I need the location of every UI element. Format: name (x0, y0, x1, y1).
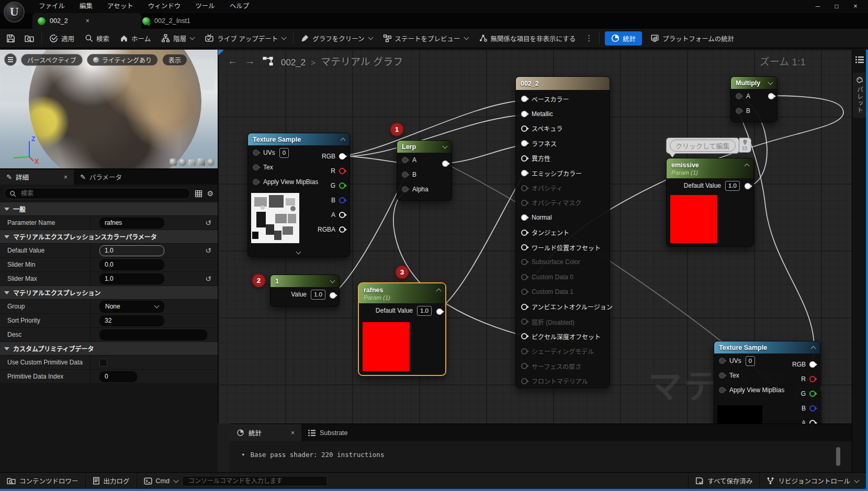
input-pin-icon[interactable] (719, 358, 725, 364)
unreal-logo[interactable]: U (4, 2, 25, 22)
node-input-row[interactable]: B (397, 167, 452, 182)
input-pin-icon[interactable] (402, 157, 408, 163)
cmd-button[interactable]: Cmd (137, 473, 180, 489)
collapse-icon[interactable] (811, 346, 816, 351)
menu-item[interactable]: 編集 (73, 0, 99, 13)
material-pin-icon[interactable] (521, 170, 527, 176)
comment-bubble-text[interactable]: クリックして編集 (670, 140, 736, 152)
collapse-icon[interactable] (768, 79, 773, 85)
view-options-grid-icon[interactable] (195, 190, 202, 198)
search-button[interactable]: 検索 (80, 28, 115, 48)
material-pin-row[interactable]: Metallic (516, 106, 610, 121)
output-pin-icon[interactable] (339, 212, 345, 218)
viewport-menu-icon[interactable] (4, 53, 17, 66)
input-pin-icon[interactable] (719, 372, 725, 379)
output-pin-icon[interactable] (809, 420, 816, 424)
texture-output-row[interactable]: A (318, 208, 345, 222)
material-pin-icon[interactable] (521, 230, 527, 236)
texture-output-row[interactable]: G (792, 386, 816, 401)
material-pin-icon[interactable] (521, 289, 527, 295)
output-pin-icon[interactable] (442, 161, 448, 167)
material-pin-row[interactable]: オパシティマスク (516, 196, 610, 210)
texture-output-row[interactable]: R (792, 372, 816, 386)
texture-output-row[interactable]: B (318, 193, 345, 208)
constant-value[interactable]: 1.0 (311, 290, 325, 300)
material-pin-row[interactable]: Normal (516, 210, 610, 225)
material-preview-viewport[interactable]: パースペクティブ ライティングあり 表示 Z X (0, 50, 218, 168)
material-pin-icon[interactable] (521, 378, 527, 384)
material-pin-row[interactable]: オパシティ (516, 180, 610, 195)
material-pin-icon[interactable] (521, 274, 527, 280)
output-pin-icon[interactable] (436, 309, 443, 315)
browse-asset-button[interactable] (19, 28, 39, 48)
settings-gear-icon[interactable]: ⚙ (207, 189, 213, 198)
collapse-icon[interactable] (443, 143, 448, 149)
material-pin-row[interactable]: エミッシブカラー (516, 166, 610, 180)
tab-stats[interactable]: 統計 × (230, 424, 301, 441)
output-pin-icon[interactable] (339, 153, 345, 159)
tab-details[interactable]: ✎ 詳細 × (0, 169, 74, 185)
material-pin-icon[interactable] (521, 259, 527, 265)
breadcrumb-asset[interactable]: 002_2 (281, 58, 306, 68)
material-pin-icon[interactable] (521, 200, 527, 206)
section-material-expression[interactable]: マテリアルエクスプレッション (0, 286, 218, 300)
primitive-data-index-input[interactable] (99, 371, 137, 382)
material-pin-row[interactable]: ピクセル深度オフセット (516, 329, 610, 344)
forward-arrow-icon[interactable]: → (245, 56, 255, 66)
revert-icon[interactable]: ↺ (205, 219, 211, 227)
platform-stats-button[interactable]: プラットフォームの統計 (645, 28, 739, 48)
texture-output-row[interactable]: RGB (792, 357, 816, 372)
output-pin-icon[interactable] (745, 183, 751, 189)
menu-item[interactable]: アセット (101, 0, 140, 13)
tab-close-icon[interactable]: × (64, 174, 67, 181)
node-input-row[interactable]: Alpha (397, 182, 452, 197)
desc-input[interactable] (99, 329, 207, 340)
output-pin-icon[interactable] (809, 405, 816, 412)
hierarchy-button[interactable]: 階層 (156, 28, 199, 48)
graph-list-icon[interactable] (855, 56, 864, 63)
toolbar-overflow-icon[interactable]: ⋮ (581, 33, 597, 43)
output-pin-icon[interactable] (339, 182, 345, 189)
node-rafnes-parameter[interactable]: rafnes Param (1) Default Value 1.0 (358, 282, 446, 376)
material-pin-row[interactable]: シェーディングモデル (516, 344, 610, 359)
menu-item[interactable]: ツール (189, 0, 221, 13)
default-value[interactable]: 1.0 (417, 306, 432, 316)
material-pin-row[interactable]: スペキュラ (516, 121, 610, 136)
slider-min-input[interactable] (99, 259, 164, 270)
node-input-row[interactable]: B (731, 104, 777, 118)
input-pin-icon[interactable] (402, 186, 408, 192)
material-pin-row[interactable]: サーフェスの厚さ (516, 359, 610, 373)
apply-button[interactable]: 適用 (44, 28, 80, 48)
material-pin-row[interactable]: タンジェント (516, 225, 610, 240)
stats-scrollbar[interactable] (836, 447, 840, 466)
plane-shape-icon[interactable] (188, 159, 196, 166)
group-select[interactable]: None (99, 301, 164, 313)
expand-icon[interactable] (296, 249, 301, 255)
node-texture-sample[interactable]: Texture Sample UVs 0 Tex Apply View MipB… (247, 133, 350, 257)
tab-002-2-inst1[interactable]: ✓ 002_2_Inst1 (137, 13, 196, 29)
revert-icon[interactable]: ↺ (205, 275, 211, 283)
collapse-icon[interactable] (745, 164, 750, 169)
material-pin-row[interactable]: 異方性 (516, 151, 610, 166)
console-command-field[interactable] (182, 476, 328, 486)
parameter-name-input[interactable] (99, 218, 164, 229)
material-pin-row[interactable]: Custom Data 0 (516, 270, 610, 284)
material-pin-icon[interactable] (521, 348, 527, 355)
tab-parameters[interactable]: ✎ パラメータ (74, 169, 128, 185)
material-pin-row[interactable]: フロントマテリアル (516, 373, 610, 388)
material-pin-icon[interactable] (521, 318, 527, 325)
show-button[interactable]: 表示 (162, 54, 187, 66)
cylinder-shape-icon[interactable] (170, 158, 177, 166)
palette-tab[interactable]: パレット (853, 73, 866, 118)
preview-state-button[interactable]: ステートをプレビュー (378, 28, 474, 48)
comment-pin-icon[interactable] (739, 138, 751, 153)
lit-mode-button[interactable]: ライティングあり (87, 54, 158, 66)
section-scalar-parameter[interactable]: マテリアルエクスプレッションスカラーパラメータ (0, 230, 218, 244)
use-custom-primitive-data-checkbox[interactable] (99, 359, 107, 367)
input-pin-icon[interactable] (719, 387, 725, 393)
input-pin-icon[interactable] (736, 108, 742, 114)
output-pin-icon[interactable] (809, 391, 816, 397)
node-material-result[interactable]: 002_2 ベースカラーMetallicスペキュララフネス異方性エミッシブカラー… (515, 76, 610, 388)
details-search-input[interactable] (20, 189, 185, 198)
minimize-icon[interactable]: ─ (810, 1, 825, 12)
